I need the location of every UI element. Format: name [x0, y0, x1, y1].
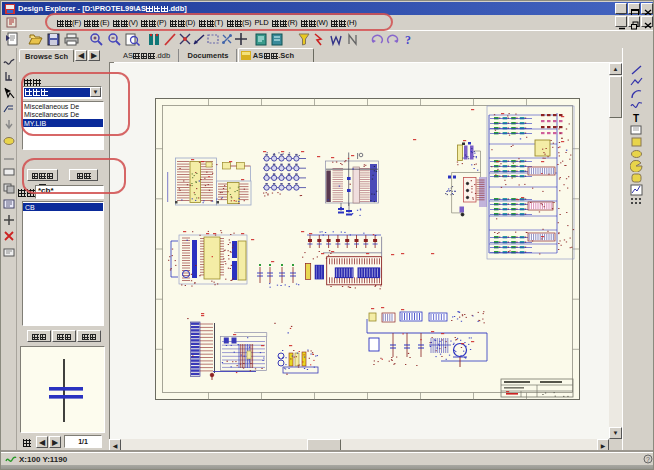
svg-text:?: ? [405, 33, 411, 47]
svg-text:?: ? [646, 456, 650, 463]
